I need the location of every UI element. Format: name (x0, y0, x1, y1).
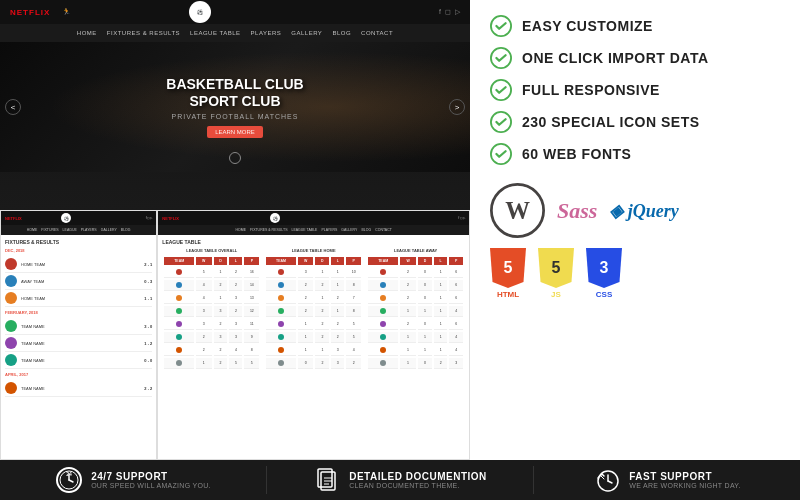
features-panel: EASY CUSTOMIZE ONE CLICK IMPORT DATA (470, 0, 800, 460)
check-icon-3 (490, 79, 512, 101)
fast-clock-icon (593, 466, 621, 494)
small-brand2: NETFLIX (162, 216, 179, 221)
feature-label-5: 60 WEB FONTS (522, 146, 631, 162)
social-icons: f◻▷ (439, 8, 460, 16)
feature-label-4: 230 SPECIAL ICON SETS (522, 114, 700, 130)
docs-icon (313, 466, 341, 494)
main-nav: HOME FIXTURES & RESULTS LEAGUE TABLE PLA… (0, 24, 470, 42)
hero-area: < BASKETBALL CLUB SPORT CLUB PRIVATE FOO… (0, 42, 470, 172)
nav-league[interactable]: LEAGUE TABLE (190, 30, 240, 36)
feature-one-click: ONE CLICK IMPORT DATA (490, 47, 780, 69)
tech-logos: W Sass ◈ jQuery 5 (490, 183, 780, 299)
feature-easy-customize: EASY CUSTOMIZE (490, 15, 780, 37)
support-text: 24/7 SUPPORT OUR SPEED WILL AMAZING YOU. (91, 471, 211, 489)
check-icon-1 (490, 15, 512, 37)
js-badge: 5 JS (538, 248, 574, 299)
league-content: LEAGUE TABLE LEAGUE TABLE OVERALL TEAMWD… (158, 235, 469, 375)
check-icon-4 (490, 111, 512, 133)
check-icon-2 (490, 47, 512, 69)
feature-responsive: FULL RESPONSIVE (490, 79, 780, 101)
sass-logo: Sass (557, 198, 597, 224)
docs-text: DETAILED DOCUMENTION CLEAN DOCUMENTED TH… (349, 471, 487, 489)
hero-title-line2: SPORT CLUB (166, 93, 303, 110)
support-24-7: 24 24/7 SUPPORT OUR SPEED WILL AMAZING Y… (0, 466, 267, 494)
documentation: DETAILED DOCUMENTION CLEAN DOCUMENTED TH… (267, 466, 534, 494)
club-logo: ⚽ (189, 1, 211, 23)
nav-contact[interactable]: CONTACT (361, 30, 393, 36)
next-arrow[interactable]: > (449, 99, 465, 115)
wordpress-logo: W (490, 183, 545, 238)
nav-blog[interactable]: BLOG (332, 30, 351, 36)
hero-text: BASKETBALL CLUB SPORT CLUB PRIVATE FOOTB… (166, 76, 303, 139)
small-brand: NETFLIX (5, 216, 22, 221)
fixtures-screenshot: NETFLIX ⚽ f ◻ ▷ HOMEFIXTURESLEAGUEPLAYER… (0, 210, 157, 460)
feature-label-1: EASY CUSTOMIZE (522, 18, 653, 34)
jquery-logo: ◈ jQuery (609, 200, 679, 222)
league-screenshot: NETFLIX ⚽ f ◻ ▷ HOMEFIXTURES & RESULTSLE… (157, 210, 470, 460)
netflix-brand: NETFLIX (10, 8, 50, 17)
hero-dot (229, 152, 241, 164)
css3-badge: 3 CSS (586, 248, 622, 299)
fast-support: FAST SUPPORT WE ARE WORKING NIGHT DAY. (534, 466, 800, 494)
nav-players[interactable]: PLAYERS (251, 30, 282, 36)
league-table-home: TEAMWDLP 31110 2218 2127 2218 1225 1225 … (264, 255, 363, 371)
feature-label-2: ONE CLICK IMPORT DATA (522, 50, 709, 66)
hero-subtitle: PRIVATE FOOTBALL MATCHES (166, 113, 303, 120)
check-icon-5 (490, 143, 512, 165)
feature-icon-sets: 230 SPECIAL ICON SETS (490, 111, 780, 133)
feature-web-fonts: 60 WEB FONTS (490, 143, 780, 165)
svg-text:W: W (505, 197, 530, 224)
html5-badge: 5 HTML (490, 248, 526, 299)
nav-fixtures[interactable]: FIXTURES & RESULTS (107, 30, 180, 36)
svg-line-12 (69, 480, 73, 482)
hero-button[interactable]: LEARN MORE (207, 126, 263, 138)
prev-arrow[interactable]: < (5, 99, 21, 115)
brand2: 🏃 (62, 8, 71, 16)
features-list: EASY CUSTOMIZE ONE CLICK IMPORT DATA (490, 15, 780, 175)
league-table-overall: TEAMWDLP 51216 42214 41313 33212 32311 2… (162, 255, 261, 371)
bottom-bar: 24 24/7 SUPPORT OUR SPEED WILL AMAZING Y… (0, 460, 800, 500)
nav-home[interactable]: HOME (77, 30, 97, 36)
hero-title-line1: BASKETBALL CLUB (166, 76, 303, 93)
fixtures-content: FIXTURES & RESULTS DEC, 2018 HOME TEAM 2… (1, 235, 156, 401)
league-table-away: TEAMWDLP 2016 2016 2016 1114 2016 1114 1… (366, 255, 465, 371)
svg-line-20 (608, 481, 612, 483)
nav-gallery[interactable]: GALLERY (291, 30, 322, 36)
fast-support-text: FAST SUPPORT WE ARE WORKING NIGHT DAY. (629, 471, 740, 489)
clock-icon: 24 (55, 466, 83, 494)
feature-label-3: FULL RESPONSIVE (522, 82, 660, 98)
